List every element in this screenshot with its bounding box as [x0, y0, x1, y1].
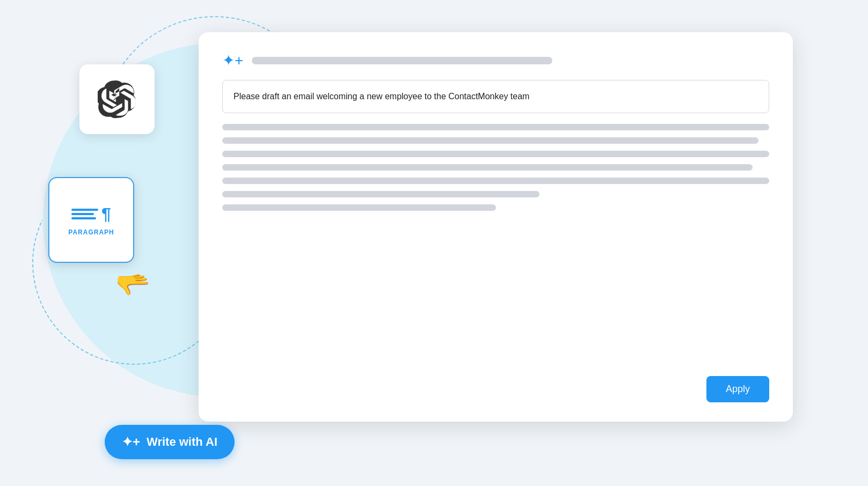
hand-drag-icon: 🫳 [115, 268, 150, 301]
content-skeleton [222, 124, 769, 361]
skeleton-line-7 [222, 204, 496, 211]
paragraph-label: PARAGRAPH [68, 229, 114, 236]
write-ai-label: Write with AI [147, 435, 217, 449]
skeleton-line-1 [222, 124, 769, 130]
main-content-card: ✦+ Please draft an email welcoming a new… [199, 32, 793, 422]
paragraph-card: ¶ PARAGRAPH [48, 177, 134, 263]
skeleton-line-2 [222, 137, 758, 144]
paragraph-lines-icon [71, 209, 98, 219]
pilcrow-icon: ¶ [101, 204, 111, 224]
apply-button[interactable]: Apply [706, 376, 769, 402]
ai-magic-icon: ✦+ [222, 51, 243, 69]
openai-logo-icon [98, 80, 136, 119]
prompt-text: Please draft an email welcoming a new em… [234, 92, 529, 101]
openai-card [79, 64, 155, 134]
paragraph-icon-row: ¶ [71, 204, 111, 224]
skeleton-line-3 [222, 151, 769, 157]
top-row: ✦+ [222, 51, 769, 69]
sparkle-icon: ✦+ [122, 435, 140, 450]
prompt-box: Please draft an email welcoming a new em… [222, 80, 769, 113]
skeleton-line-5 [222, 178, 769, 184]
input-bar [252, 57, 552, 64]
apply-row: Apply [222, 372, 769, 402]
skeleton-line-4 [222, 164, 753, 171]
skeleton-line-6 [222, 191, 539, 197]
write-with-ai-button[interactable]: ✦+ Write with AI [105, 425, 235, 459]
